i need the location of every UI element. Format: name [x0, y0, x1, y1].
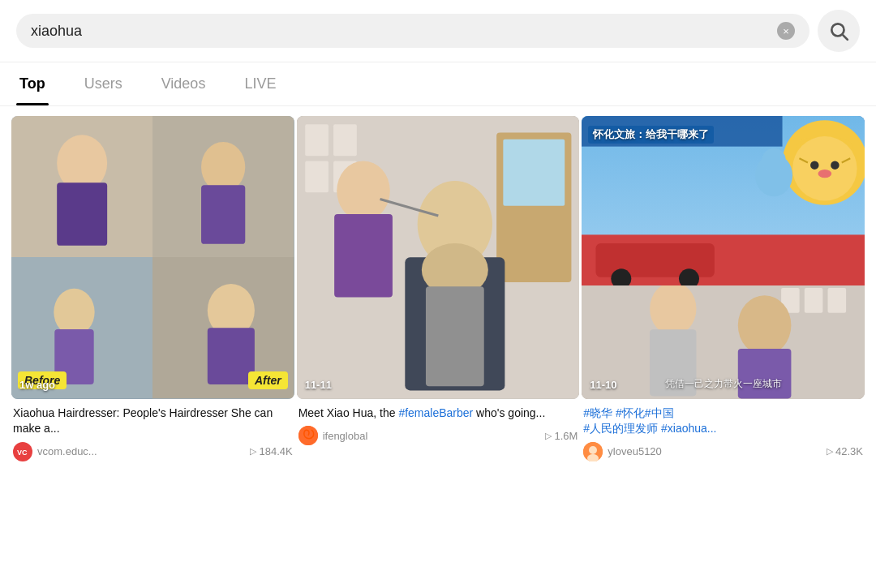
svg-rect-27 — [334, 214, 393, 298]
sub-thumb-4 — [152, 257, 294, 398]
card-info-3: #晓华 #怀化#中国 #人民的理发师 #xiaohua... yloveu512… — [582, 399, 865, 465]
video-grid: Before After 1w ago Xiaohua Hairdresser:… — [0, 106, 876, 474]
svg-point-39 — [810, 161, 818, 169]
svg-point-38 — [792, 136, 857, 200]
search-button[interactable] — [818, 10, 860, 52]
svg-point-26 — [337, 161, 390, 221]
svg-point-40 — [831, 161, 839, 169]
play-icon-3: ▷ — [827, 446, 833, 457]
svg-point-9 — [54, 289, 94, 336]
search-input-wrapper[interactable]: xiaohua × — [16, 14, 809, 48]
sub-thumb-2 — [152, 116, 294, 257]
play-icon-1: ▷ — [250, 446, 256, 457]
svg-rect-22 — [305, 161, 328, 192]
timestamp-badge-2: 11-11 — [305, 379, 332, 391]
svg-rect-47 — [596, 243, 715, 277]
play-count-3: ▷ 42.3K — [827, 445, 863, 457]
thumbnail-1: Before After 1w ago — [11, 116, 294, 399]
card-meta-3: yloveu5120 ▷ 42.3K — [583, 442, 863, 461]
card-title-2: Meet Xiao Hua, the #femaleBarber who's g… — [298, 406, 578, 422]
svg-rect-21 — [333, 124, 357, 156]
play-count-1: ▷ 184.4K — [250, 445, 292, 457]
channel-avatar-3 — [583, 442, 603, 461]
svg-rect-54 — [805, 288, 823, 313]
svg-rect-59 — [738, 349, 792, 399]
timestamp-badge-1: 1w ago — [19, 379, 55, 391]
card-title-3: #晓华 #怀化#中国 #人民的理发师 #xiaohua... — [583, 406, 863, 437]
tabs-bar: Top Users Videos LIVE — [0, 62, 876, 106]
video-card-1[interactable]: Before After 1w ago Xiaohua Hairdresser:… — [11, 116, 294, 465]
card-info-2: Meet Xiao Hua, the #femaleBarber who's g… — [297, 399, 580, 449]
svg-point-61 — [589, 446, 597, 454]
play-count-2: ▷ 1.6M — [545, 430, 578, 442]
svg-line-1 — [843, 35, 848, 40]
video-card-3[interactable]: 怀化文旅：给我干哪来了 — [582, 116, 865, 465]
card-title-1: Xiaohua Hairdresser: People's Hairdresse… — [13, 406, 293, 437]
svg-rect-20 — [305, 124, 328, 156]
svg-rect-7 — [201, 185, 245, 244]
svg-point-45 — [762, 148, 786, 172]
tab-live[interactable]: LIVE — [241, 62, 279, 105]
sub-thumb-3 — [11, 257, 152, 398]
svg-rect-10 — [54, 329, 93, 384]
play-icon-2: ▷ — [545, 431, 552, 441]
split-bottom-3: 11-10 凭借一己之力带火一座城市 — [582, 285, 865, 398]
overlay-text-bottom-3: 凭借一己之力带火一座城市 — [582, 377, 865, 391]
svg-point-58 — [738, 295, 792, 355]
channel-name-3: yloveu5120 — [608, 445, 822, 457]
thumbnail-3: 怀化文旅：给我干哪来了 — [582, 116, 865, 399]
svg-point-41 — [818, 170, 832, 178]
tab-top[interactable]: Top — [16, 62, 49, 105]
svg-text:VC: VC — [17, 449, 28, 457]
card-info-1: Xiaohua Hairdresser: People's Hairdresse… — [11, 399, 294, 465]
svg-point-6 — [201, 142, 245, 192]
channel-name-1: vcom.educ... — [37, 445, 245, 457]
tab-users[interactable]: Users — [81, 62, 126, 105]
svg-rect-19 — [503, 139, 565, 206]
video-card-2[interactable]: 11-11 Meet Xiao Hua, the #femaleBarber w… — [297, 116, 580, 465]
search-input[interactable]: xiaohua — [31, 23, 771, 40]
split-top-3: 怀化文旅：给我干哪来了 — [582, 116, 865, 285]
card-meta-1: VC vcom.educ... ▷ 184.4K — [13, 442, 293, 461]
svg-rect-13 — [208, 328, 255, 384]
tab-videos[interactable]: Videos — [158, 62, 209, 105]
clear-button[interactable]: × — [777, 22, 795, 40]
channel-avatar-2 — [298, 426, 318, 445]
svg-rect-4 — [57, 182, 107, 245]
svg-rect-30 — [426, 286, 484, 386]
channel-name-2: ifenglobal — [323, 430, 541, 442]
svg-rect-55 — [828, 288, 847, 313]
thumbnail-2: 11-11 — [297, 116, 580, 399]
search-bar: xiaohua × — [0, 0, 876, 62]
channel-avatar-1: VC — [13, 442, 32, 461]
overlay-text-top-3: 怀化文旅：给我干哪来了 — [588, 126, 714, 144]
sub-thumb-1 — [11, 116, 152, 257]
card-meta-2: ifenglobal ▷ 1.6M — [298, 426, 578, 445]
